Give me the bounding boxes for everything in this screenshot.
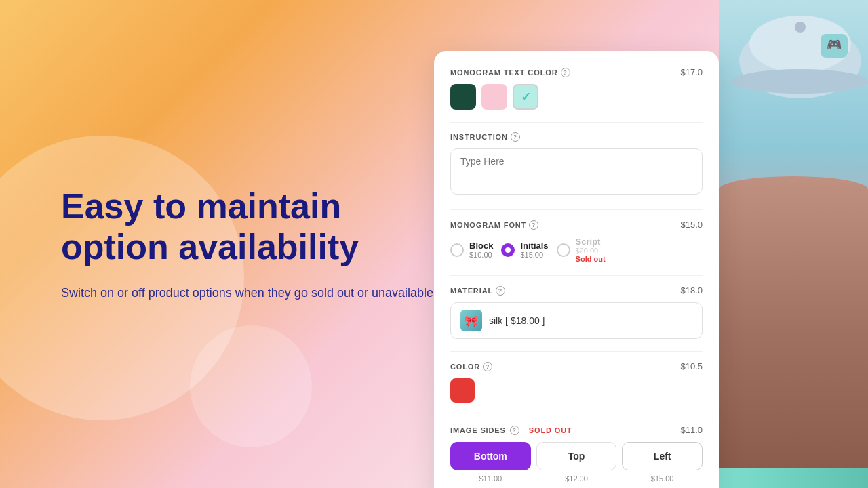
divider-5	[450, 415, 703, 415]
color-label: COLOR ?	[450, 362, 492, 371]
font-price-initials: $15.00	[520, 251, 548, 259]
font-option-initials[interactable]: Initials $15.00	[501, 237, 548, 263]
font-option-script[interactable]: Script $20.00 Sold out	[557, 237, 606, 263]
instruction-input[interactable]	[450, 148, 703, 195]
font-options: Block $10.00 Initials $15.00 Script $20.…	[450, 237, 703, 263]
sides-buttons: Bottom Top Left	[450, 442, 703, 470]
side-btn-top[interactable]: Top	[536, 442, 617, 470]
image-sides-label: IMAGE SIDES ? Sold out	[450, 426, 572, 435]
monogram-text-color-section: MONOGRAM TEXT COLOR ? $17.0	[450, 67, 703, 110]
material-label: MATERIAL ?	[450, 286, 505, 296]
hat-svg: 🎮	[732, 14, 868, 102]
font-info-initials: Initials $15.00	[520, 241, 548, 259]
color-section: COLOR ? $10.5	[450, 361, 703, 403]
svg-point-3	[795, 22, 806, 33]
material-header: MATERIAL ? $18.0	[450, 285, 703, 296]
sub-text: Switch on or off product options when th…	[61, 283, 454, 302]
instruction-section: INSTRUCTION ?	[450, 132, 703, 197]
monogram-font-label: MONOGRAM FONT ?	[450, 220, 538, 230]
side-price-top: $12.00	[536, 474, 617, 483]
instruction-help[interactable]: ?	[511, 132, 520, 142]
monogram-color-swatches	[450, 84, 703, 110]
image-sides-sold-out: Sold out	[529, 426, 572, 434]
instruction-label: INSTRUCTION ?	[450, 132, 520, 142]
monogram-font-header: MONOGRAM FONT ? $15.0	[450, 220, 703, 230]
teal-strip	[719, 468, 868, 488]
decorative-circle-small	[190, 325, 312, 447]
image-sides-price: $11.0	[680, 425, 703, 435]
font-info-script: Script $20.00 Sold out	[576, 237, 606, 263]
divider-1	[450, 122, 703, 123]
side-btn-bottom[interactable]: Bottom	[450, 442, 531, 470]
font-name-script: Script	[576, 237, 606, 247]
swatch-light-pink[interactable]	[481, 84, 507, 110]
material-icon: 🎀	[460, 310, 482, 331]
side-btn-left[interactable]: Left	[622, 442, 703, 470]
main-heading: Easy to maintain option availability	[61, 186, 454, 268]
monogram-font-help[interactable]: ?	[529, 220, 538, 230]
side-price-left: $15.00	[622, 474, 703, 483]
swatch-light-teal[interactable]	[513, 84, 538, 110]
monogram-font-price: $15.0	[680, 220, 703, 230]
color-price: $10.5	[680, 361, 703, 371]
radio-initials	[501, 243, 515, 257]
color-help[interactable]: ?	[483, 362, 492, 371]
instruction-header: INSTRUCTION ?	[450, 132, 703, 142]
color-header: COLOR ? $10.5	[450, 361, 703, 371]
font-price-script: $20.00	[576, 247, 606, 255]
radio-block	[450, 243, 464, 257]
image-sides-section: IMAGE SIDES ? Sold out $11.0 Bottom Top …	[450, 425, 703, 483]
material-help[interactable]: ?	[496, 286, 505, 296]
monogram-text-color-help[interactable]: ?	[561, 68, 570, 77]
person-bg	[719, 176, 868, 488]
material-section: MATERIAL ? $18.0 🎀 silk [ $18.00 ]	[450, 285, 703, 339]
hat-illustration: 🎮	[719, 0, 868, 104]
font-sold-out-script: Sold out	[576, 255, 606, 263]
font-name-block: Block	[469, 241, 493, 251]
monogram-font-section: MONOGRAM FONT ? $15.0 Block $10.00 Initi…	[450, 220, 703, 263]
monogram-text-color-price: $17.0	[680, 67, 703, 77]
divider-4	[450, 351, 703, 352]
divider-2	[450, 209, 703, 210]
image-sides-header: IMAGE SIDES ? Sold out $11.0	[450, 425, 703, 435]
svg-point-2	[732, 69, 868, 94]
material-dropdown[interactable]: 🎀 silk [ $18.00 ]	[450, 302, 703, 339]
svg-text:🎮: 🎮	[827, 37, 842, 52]
font-option-block[interactable]: Block $10.00	[450, 237, 493, 263]
material-selected-text: silk [ $18.00 ]	[489, 315, 545, 326]
font-price-block: $10.00	[469, 251, 493, 259]
radio-script	[557, 243, 570, 257]
image-sides-row: IMAGE SIDES ? Sold out	[450, 426, 572, 435]
font-name-initials: Initials	[520, 241, 548, 251]
sides-prices: $11.00 $12.00 $15.00	[450, 474, 703, 483]
material-price: $18.0	[680, 285, 703, 296]
swatch-dark-green[interactable]	[450, 84, 476, 110]
divider-3	[450, 275, 703, 276]
monogram-text-color-label: MONOGRAM TEXT COLOR ?	[450, 68, 570, 77]
photo-background: 🎮	[719, 0, 868, 488]
color-swatch-red[interactable]	[450, 378, 475, 403]
product-card: MONOGRAM TEXT COLOR ? $17.0 INSTRUCTION …	[434, 51, 719, 488]
image-sides-help[interactable]: ?	[510, 426, 519, 435]
right-photo: 🎮	[719, 0, 868, 488]
side-price-bottom: $11.00	[450, 474, 531, 483]
left-section: Easy to maintain option availability Swi…	[61, 186, 454, 302]
monogram-text-color-header: MONOGRAM TEXT COLOR ? $17.0	[450, 67, 703, 77]
font-info-block: Block $10.00	[469, 241, 493, 259]
